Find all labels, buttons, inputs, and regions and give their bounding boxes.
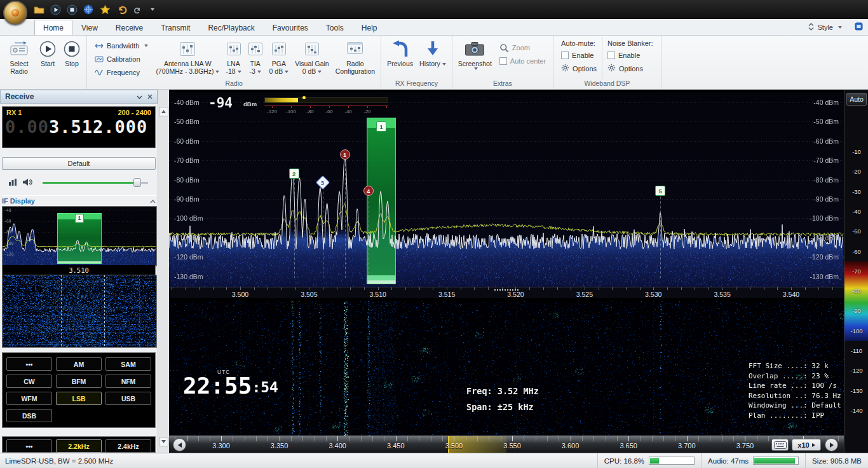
equalizer-icon[interactable] xyxy=(8,178,17,188)
history-button[interactable]: History xyxy=(416,37,449,79)
tab-receive[interactable]: Receive xyxy=(107,20,152,35)
panel-chevron-down-icon[interactable] xyxy=(137,92,142,101)
style-controls: Style xyxy=(803,22,868,35)
if-display-header[interactable]: IF Display xyxy=(2,195,156,205)
receive-panel-header[interactable]: Receive xyxy=(0,90,158,104)
visual-gain-label: Visual Gain xyxy=(295,60,329,67)
favourites-star-icon[interactable] xyxy=(99,4,111,15)
volume-slider-thumb[interactable] xyxy=(133,178,141,187)
status-bar: LimeSDR-USB, BW = 2.500 MHz CPU: 16.8% A… xyxy=(0,453,868,468)
mode-button-am[interactable]: AM xyxy=(56,357,102,371)
vfo-frequency[interactable]: 0.003.512.000 xyxy=(3,117,155,137)
spectrum-x-axis[interactable]: 3.5003.5053.5103.5153.5203.5253.5303.535… xyxy=(169,287,844,299)
mode-button-bfm[interactable]: BFM xyxy=(56,375,102,388)
zoom-button[interactable]: Zoom xyxy=(498,42,548,53)
marker-1-badge[interactable]: 1 xyxy=(340,149,350,160)
scroll-up-icon[interactable] xyxy=(159,107,168,116)
filter-button-[interactable]: ••• xyxy=(6,439,52,453)
auto-center-checkbox[interactable]: Auto center xyxy=(498,55,548,67)
previous-button[interactable]: Previous xyxy=(384,37,416,79)
center-displays: -94 dBm -120-100-80-60-40-20 -40 dBm-40 … xyxy=(169,90,844,453)
start-button[interactable]: Start xyxy=(36,37,60,79)
mode-button-cw[interactable]: CW xyxy=(6,375,52,388)
app-logo-orb[interactable] xyxy=(3,1,27,25)
select-radio-button[interactable]: Select Radio xyxy=(3,37,36,79)
waterfall-amplitude-scale[interactable]: Auto -10-20-30-40-50-60-70-80-90-100-110… xyxy=(844,90,868,453)
lna-button[interactable]: LNA -18 xyxy=(222,37,244,79)
panel-scrollbar[interactable] xyxy=(158,90,169,453)
stop-button[interactable]: Stop xyxy=(60,37,84,79)
marker-5-badge[interactable]: 5 xyxy=(655,186,665,196)
window-icon[interactable] xyxy=(855,22,863,32)
calibration-button[interactable]: Calibration xyxy=(92,53,150,65)
style-caret-icon[interactable] xyxy=(838,26,842,29)
speaker-icon[interactable] xyxy=(22,178,32,188)
mode-button-usb[interactable]: USB xyxy=(105,392,151,405)
visual-gain-button[interactable]: Visual Gain 0 dB xyxy=(292,37,332,79)
scroll-down-icon[interactable] xyxy=(159,437,168,446)
tab-view[interactable]: View xyxy=(72,20,107,35)
zoom-step-button[interactable]: x10 xyxy=(792,439,821,451)
frequency-display[interactable]: RX 1 200 - 2400 0.003.512.000 xyxy=(2,106,156,148)
tab-list: HomeViewReceiveTransmitRec/PlaybackFavou… xyxy=(34,19,386,35)
folder-icon[interactable] xyxy=(33,4,44,15)
preset-dropdown[interactable]: Default xyxy=(2,157,156,170)
noise-blanker-enable-checkbox[interactable]: Enable xyxy=(607,50,653,60)
marker-1-badge[interactable]: 1 xyxy=(376,121,386,132)
if-waterfall-canvas[interactable] xyxy=(2,275,157,348)
spectrum-canvas[interactable] xyxy=(169,92,844,287)
auto-mute-options-button[interactable]: Options xyxy=(561,63,597,74)
start-label: Start xyxy=(41,60,55,67)
tab-rec-playback[interactable]: Rec/Playback xyxy=(199,20,263,35)
undo-icon[interactable] xyxy=(116,4,127,15)
tab-help[interactable]: Help xyxy=(353,20,386,35)
marker-4-badge[interactable]: 4 xyxy=(363,186,374,196)
auto-scale-button[interactable]: Auto xyxy=(846,93,867,106)
signal-meter-scale-line xyxy=(264,106,388,108)
if-spectrum-canvas[interactable] xyxy=(2,206,157,266)
nav-frequency-label: 3.350 xyxy=(266,442,294,450)
redo-icon[interactable] xyxy=(132,4,144,15)
panel-close-icon[interactable] xyxy=(147,92,153,101)
mode-button-dsb[interactable]: DSB xyxy=(6,409,52,422)
radio-configuration-button[interactable]: Radio Configuration xyxy=(332,37,378,79)
noise-blanker-options-button[interactable]: Options xyxy=(607,63,653,74)
tia-button[interactable]: TIA -3 xyxy=(245,37,266,79)
tab-tools[interactable]: Tools xyxy=(317,20,353,35)
mode-button-[interactable]: ••• xyxy=(6,357,52,371)
filter-button-2.2khz[interactable]: 2.2kHz xyxy=(56,439,102,453)
style-label[interactable]: Style xyxy=(818,24,833,31)
tab-home[interactable]: Home xyxy=(34,20,72,35)
nav-right-button[interactable] xyxy=(825,438,838,451)
play-icon[interactable] xyxy=(50,4,61,15)
nav-left-button[interactable] xyxy=(173,438,186,451)
antenna-button[interactable]: Antenna LNA W (700MHz - 3.8GHz) xyxy=(153,37,222,79)
if-collapse-icon[interactable] xyxy=(150,197,156,205)
auto-mute-enable-checkbox[interactable]: Enable xyxy=(561,50,597,60)
keyboard-entry-button[interactable] xyxy=(771,439,789,451)
audio-status: Audio: 47ms xyxy=(708,457,749,465)
tab-favourites[interactable]: Favourites xyxy=(264,20,317,35)
bandwidth-button[interactable]: Bandwidth xyxy=(92,40,150,52)
style-icon[interactable] xyxy=(808,23,815,32)
band-navigation-bar[interactable]: x10 3.3003.3503.4003.4503.5003.5503.6003… xyxy=(169,436,844,453)
record-icon[interactable] xyxy=(66,4,78,15)
tab-transmit[interactable]: Transmit xyxy=(152,20,199,35)
auto-mute-enable-box[interactable] xyxy=(561,52,569,59)
mode-button-lsb[interactable]: LSB xyxy=(56,392,102,405)
noise-blanker-enable-box[interactable] xyxy=(607,52,615,59)
y-axis-label-left: -80 dBm xyxy=(174,176,200,184)
volume-slider[interactable] xyxy=(43,178,148,187)
mode-button-wfm[interactable]: WFM xyxy=(6,392,52,405)
screenshot-button[interactable]: Screenshot xyxy=(455,37,495,79)
toolbar-more-caret-icon[interactable] xyxy=(151,8,154,11)
mode-button-sam[interactable]: SAM xyxy=(105,357,151,371)
filter-button-2.4khz[interactable]: 2.4kHz xyxy=(105,439,151,453)
waterfall-canvas[interactable] xyxy=(169,301,844,436)
auto-center-checkbox-box[interactable] xyxy=(499,57,507,65)
mode-button-nfm[interactable]: NFM xyxy=(105,375,151,388)
pga-button[interactable]: PGA 0 dB xyxy=(266,37,292,79)
network-icon[interactable] xyxy=(83,4,94,15)
marker-2-badge[interactable]: 2 xyxy=(289,169,299,179)
frequency-button[interactable]: Frequency xyxy=(92,67,150,78)
